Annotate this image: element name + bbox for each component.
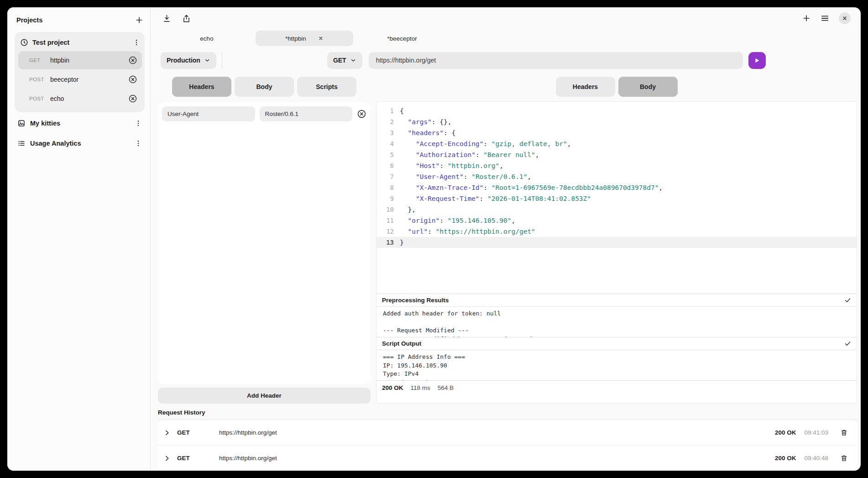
download-icon[interactable] [162, 14, 171, 23]
kebab-menu-icon [135, 139, 142, 147]
status-code: 200 OK [382, 384, 403, 391]
response-tab-body[interactable]: Body [618, 77, 678, 97]
circle-x-icon [128, 56, 137, 65]
sidebar-link-label: My kitties [30, 120, 135, 127]
line-text: "Authorization": "Bearer null", [400, 149, 539, 160]
header-row [162, 106, 366, 121]
response-panel: HeadersBody 1{2 "args": {},3 "headers": … [376, 77, 857, 404]
close-tab-button[interactable] [318, 36, 324, 41]
plus-icon [135, 16, 144, 25]
remove-request-button[interactable] [128, 75, 137, 84]
code-line: 2 "args": {}, [376, 116, 857, 127]
response-body: 1{2 "args": {},3 "headers": {4 "Accept-E… [376, 101, 857, 404]
request-tab-headers[interactable]: Headers [172, 77, 231, 97]
output-line: IP: 195.146.105.90 [383, 362, 857, 370]
preprocessing-title: Preprocessing Results [382, 297, 449, 304]
tab-beeceptor[interactable]: *beeceptor [353, 31, 451, 46]
sidebar-item-echo[interactable]: POSTecho [18, 89, 142, 108]
request-history-list: GEThttps://httpbin.org/get200 OK09:41:03… [158, 420, 857, 471]
remove-request-button[interactable] [128, 94, 137, 103]
check-icon [844, 340, 851, 347]
response-size: 564 B [438, 384, 454, 391]
line-number: 5 [376, 149, 400, 160]
share-icon[interactable] [182, 14, 191, 23]
line-text: "url": "https://httpbin.org/get" [400, 226, 535, 237]
line-text: "Host": "httpbin.org", [400, 160, 503, 171]
request-tab-body[interactable]: Body [235, 77, 294, 97]
line-text: "X-Amzn-Trace-Id": "Root=1-6967569e-78ec… [400, 182, 663, 193]
kebab-menu-icon [135, 119, 142, 127]
tab-label: *httpbin [285, 35, 306, 42]
code-line: 11 "origin": "195.146.105.90", [376, 215, 857, 226]
tab-echo[interactable]: echo [158, 31, 256, 46]
tab-label: echo [200, 35, 213, 42]
line-number: 9 [376, 193, 400, 204]
sidebar-item-httpbin[interactable]: GEThttpbin [18, 51, 142, 69]
url-input[interactable] [369, 52, 743, 69]
delete-history-button[interactable] [840, 454, 848, 462]
line-text: } [400, 237, 404, 248]
history-row[interactable]: GEThttps://httpbin.org/get200 OK09:40:48 [158, 446, 857, 471]
code-line: 9 "X-Request-Time": "2026-01-14T08:41:02… [376, 193, 857, 204]
circle-x-icon [357, 109, 366, 119]
environment-label: Production [167, 57, 200, 64]
output-line: Added auth header for token: null [383, 310, 857, 318]
method-dropdown[interactable]: GET [327, 52, 362, 69]
line-number: 10 [376, 204, 400, 215]
environment-dropdown[interactable]: Production [161, 52, 216, 69]
new-tab-icon[interactable] [802, 14, 811, 23]
tab-httpbin[interactable]: *httpbin [256, 31, 353, 46]
send-button[interactable] [748, 52, 766, 69]
request-history: Request History GEThttps://httpbin.org/g… [158, 408, 857, 471]
line-text: "origin": "195.146.105.90", [400, 215, 515, 226]
toolbar [151, 7, 861, 29]
method-label: GET [333, 57, 346, 64]
script-output-title: Script Output [382, 340, 421, 347]
line-text: { [400, 105, 404, 116]
header-value-input[interactable] [260, 106, 353, 121]
close-icon [842, 16, 847, 21]
response-code-editor[interactable]: 1{2 "args": {},3 "headers": {4 "Accept-E… [376, 102, 857, 294]
response-time: 118 ms [411, 384, 430, 391]
response-tab-headers[interactable]: Headers [556, 77, 615, 97]
header-name-input[interactable] [162, 106, 255, 121]
request-name-label: beeceptor [50, 76, 128, 83]
project-name: Test project [32, 39, 133, 46]
output-line: --- Request Modified --- [383, 326, 857, 335]
code-line: 3 "headers": { [376, 127, 857, 138]
project-group: Test project GEThttpbinPOSTbeeceptorPOST… [15, 32, 145, 112]
chevron-right-icon [163, 429, 171, 436]
close-window-button[interactable] [839, 12, 851, 24]
circle-x-icon [128, 94, 137, 103]
add-project-button[interactable] [135, 16, 144, 25]
project-group-header[interactable]: Test project [18, 37, 142, 50]
code-line: 10 }, [376, 204, 857, 215]
divider [222, 52, 222, 68]
response-panel-tabs: HeadersBody [376, 77, 857, 97]
line-text: "headers": { [400, 127, 455, 138]
sidebar-item-my-kitties[interactable]: My kitties [15, 114, 145, 132]
kebab-menu-icon[interactable] [133, 38, 140, 47]
preprocessing-output: Added auth header for token: null --- Re… [376, 307, 857, 337]
request-name-label: echo [50, 95, 128, 102]
history-row[interactable]: GEThttps://httpbin.org/get200 OK09:41:03 [158, 420, 857, 446]
menu-icon[interactable] [820, 14, 830, 23]
remove-request-button[interactable] [128, 56, 137, 65]
line-number: 13 [376, 237, 400, 248]
request-tab-scripts[interactable]: Scripts [297, 77, 356, 97]
history-url: https://httpbin.org/get [219, 455, 775, 462]
line-number: 7 [376, 171, 400, 182]
code-line: 13} [376, 237, 857, 248]
output-line [383, 318, 857, 327]
script-output-section: Script Output === IP Address Info ===IP:… [376, 337, 857, 380]
code-line: 4 "Accept-Encoding": "gzip, deflate, br"… [376, 138, 857, 149]
line-number: 11 [376, 215, 400, 226]
line-text: "X-Request-Time": "2026-01-14T08:41:02.8… [400, 193, 591, 204]
sidebar-item-beeceptor[interactable]: POSTbeeceptor [18, 70, 142, 89]
add-header-button[interactable]: Add Header [158, 388, 371, 404]
request-list: GEThttpbinPOSTbeeceptorPOSTecho [18, 51, 142, 108]
sidebar-item-usage-analytics[interactable]: Usage Analytics [15, 134, 145, 152]
delete-history-button[interactable] [840, 429, 848, 436]
tab-label: *beeceptor [387, 35, 417, 42]
remove-header-button[interactable] [357, 109, 366, 119]
